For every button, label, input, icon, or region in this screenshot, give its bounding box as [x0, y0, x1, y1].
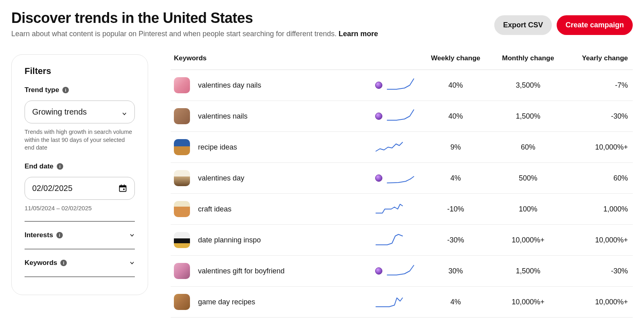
prediction-icon	[375, 174, 382, 182]
sparkline	[375, 201, 403, 217]
filters-panel: Filters Trend type i Growing trends Tren…	[11, 54, 148, 295]
keywords-accordion[interactable]: Keywords i	[25, 259, 135, 267]
chevron-down-icon	[129, 232, 135, 238]
yearly-change: -30%	[564, 267, 633, 275]
monthly-change: 500%	[492, 174, 564, 183]
col-header-yearly[interactable]: Yearly change	[564, 54, 633, 62]
table-row[interactable]: recipe ideas9%60%10,000%+	[171, 132, 633, 163]
interests-accordion[interactable]: Interests i	[25, 231, 135, 239]
yearly-change: 10,000%+	[564, 236, 633, 244]
learn-more-link[interactable]: Learn more	[339, 30, 378, 38]
keyword-text: valentines nails	[198, 112, 248, 121]
keyword-thumbnail	[174, 263, 190, 279]
keyword-thumbnail	[174, 294, 190, 310]
sparkline	[386, 77, 415, 93]
keyword-thumbnail	[174, 108, 190, 124]
weekly-change: 4%	[419, 174, 492, 183]
table-row[interactable]: valentines nails40%1,500%-30%	[171, 101, 633, 132]
weekly-change: -30%	[419, 236, 492, 244]
info-icon: i	[60, 260, 67, 266]
table-row[interactable]: valentines day4%500%60%	[171, 163, 633, 194]
keyword-thumbnail	[174, 201, 190, 217]
monthly-change: 10,000%+	[492, 236, 564, 244]
sparkline	[386, 263, 415, 279]
weekly-change: 30%	[419, 267, 492, 275]
prediction-icon	[375, 113, 382, 120]
yearly-change: 10,000%+	[564, 143, 633, 152]
table-row[interactable]: valentines day nails40%3,500%-7%	[171, 70, 633, 101]
chevron-down-icon	[122, 109, 127, 115]
weekly-change: 40%	[419, 112, 492, 121]
yearly-change: 10,000%+	[564, 298, 633, 306]
yearly-change: 60%	[564, 174, 633, 183]
table-row[interactable]: game day recipes4%10,000%+10,000%+	[171, 287, 633, 318]
keyword-text: valentines day	[198, 174, 244, 183]
keyword-thumbnail	[174, 170, 190, 186]
end-date-label: End date i	[25, 162, 135, 170]
keyword-text: valentines day nails	[198, 81, 261, 90]
yearly-change: -30%	[564, 112, 633, 121]
keyword-thumbnail	[174, 139, 190, 155]
monthly-change: 10,000%+	[492, 298, 564, 306]
info-icon[interactable]: i	[57, 163, 63, 170]
page-subtitle: Learn about what content is popular on P…	[11, 30, 378, 38]
trend-type-label: Trend type i	[25, 86, 135, 94]
col-header-monthly[interactable]: Monthly change	[492, 54, 564, 62]
svg-rect-3	[124, 185, 125, 187]
monthly-change: 1,500%	[492, 267, 564, 275]
svg-rect-1	[120, 186, 126, 188]
divider	[25, 249, 135, 249]
svg-rect-2	[121, 185, 122, 187]
weekly-change: -10%	[419, 205, 492, 213]
monthly-change: 3,500%	[492, 81, 564, 90]
keyword-text: valentines gift for boyfriend	[198, 267, 285, 275]
col-header-keywords[interactable]: Keywords	[174, 54, 375, 62]
divider	[25, 277, 135, 277]
yearly-change: -7%	[564, 81, 633, 90]
table-row[interactable]: date planning inspo-30%10,000%+10,000%+	[171, 225, 633, 256]
divider	[25, 221, 135, 222]
keyword-thumbnail	[174, 232, 190, 248]
chevron-down-icon	[129, 260, 135, 266]
create-campaign-button[interactable]: Create campaign	[557, 15, 633, 35]
trend-type-help: Trends with high growth in search volume…	[25, 128, 135, 152]
sparkline	[386, 108, 415, 124]
filters-heading: Filters	[25, 66, 135, 76]
monthly-change: 60%	[492, 143, 564, 152]
keyword-text: date planning inspo	[198, 236, 261, 244]
keyword-text: recipe ideas	[198, 143, 237, 152]
trends-table: Keywords Weekly change Monthly change Ye…	[171, 54, 633, 318]
date-range-text: 11/05/2024 – 02/02/2025	[25, 205, 135, 211]
sparkline	[375, 232, 403, 248]
weekly-change: 9%	[419, 143, 492, 152]
keyword-text: craft ideas	[198, 205, 231, 213]
sparkline	[375, 294, 403, 310]
yearly-change: 1,000%	[564, 205, 633, 213]
col-header-weekly[interactable]: Weekly change	[419, 54, 492, 62]
monthly-change: 1,500%	[492, 112, 564, 121]
prediction-icon	[375, 82, 382, 89]
weekly-change: 40%	[419, 81, 492, 90]
table-row[interactable]: craft ideas-10%100%1,000%	[171, 194, 633, 225]
weekly-change: 4%	[419, 298, 492, 306]
trend-type-select[interactable]: Growing trends	[25, 101, 135, 123]
prediction-icon	[375, 267, 382, 275]
page-title: Discover trends in the United States	[11, 10, 378, 27]
calendar-icon	[118, 184, 127, 193]
sparkline	[386, 170, 415, 186]
sparkline	[375, 139, 403, 155]
info-icon: i	[56, 232, 63, 238]
end-date-input[interactable]: 02/02/2025	[25, 177, 135, 200]
table-row[interactable]: valentines gift for boyfriend30%1,500%-3…	[171, 256, 633, 287]
keyword-text: game day recipes	[198, 298, 255, 306]
keyword-thumbnail	[174, 77, 190, 93]
svg-rect-4	[123, 189, 125, 190]
info-icon[interactable]: i	[62, 87, 69, 93]
monthly-change: 100%	[492, 205, 564, 213]
export-csv-button[interactable]: Export CSV	[494, 15, 552, 35]
